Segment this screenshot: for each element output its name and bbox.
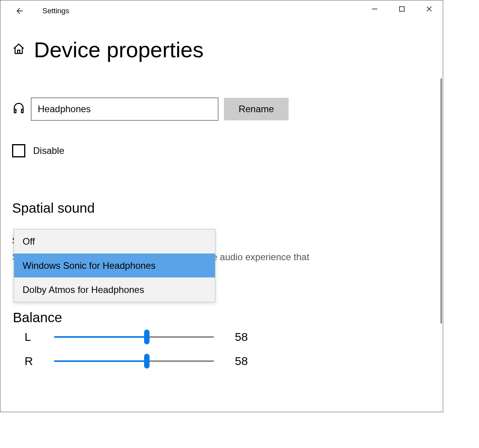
balance-left-label: L bbox=[25, 330, 33, 344]
slider-thumb[interactable] bbox=[144, 354, 150, 369]
dropdown-option-dolby-atmos[interactable]: Dolby Atmos for Headphones bbox=[14, 278, 215, 302]
spatial-sound-heading: Spatial sound bbox=[12, 200, 439, 216]
back-button[interactable] bbox=[11, 3, 27, 19]
dropdown-option-off[interactable]: Off bbox=[14, 229, 215, 254]
device-name-row: Rename bbox=[12, 97, 439, 121]
window-title: Settings bbox=[42, 7, 69, 15]
dropdown-option-windows-sonic[interactable]: Windows Sonic for Headphones bbox=[14, 254, 215, 278]
slider-thumb[interactable] bbox=[144, 330, 150, 344]
maximize-button[interactable] bbox=[388, 0, 416, 18]
slider-fill bbox=[54, 360, 147, 362]
headphones-icon bbox=[12, 102, 25, 116]
vertical-scrollbar[interactable] bbox=[440, 78, 442, 324]
balance-right-value: 58 bbox=[235, 355, 248, 368]
balance-heading: Balance bbox=[13, 310, 62, 325]
page-title: Device properties bbox=[34, 37, 204, 62]
titlebar: Settings bbox=[0, 0, 443, 21]
balance-right-row: R 58 bbox=[25, 353, 248, 369]
content-area: Device properties Rename Disable Spatial… bbox=[0, 21, 443, 263]
slider-fill bbox=[54, 336, 147, 338]
close-button[interactable] bbox=[416, 0, 443, 18]
device-name-input[interactable] bbox=[31, 97, 218, 121]
home-icon bbox=[12, 42, 25, 57]
balance-left-row: L 58 bbox=[25, 329, 248, 345]
disable-label: Disable bbox=[33, 145, 64, 156]
balance-left-value: 58 bbox=[235, 330, 248, 344]
spatial-format-dropdown[interactable]: Off Windows Sonic for Headphones Dolby A… bbox=[14, 229, 215, 302]
balance-left-slider[interactable] bbox=[54, 329, 214, 345]
page-header: Device properties bbox=[12, 37, 439, 62]
disable-row: Disable bbox=[12, 144, 439, 157]
balance-right-slider[interactable] bbox=[54, 353, 214, 369]
rename-button[interactable]: Rename bbox=[224, 98, 289, 120]
balance-right-label: R bbox=[25, 355, 33, 368]
settings-window: Settings Device properties Renam bbox=[0, 0, 443, 412]
minimize-button[interactable] bbox=[361, 0, 388, 18]
disable-checkbox[interactable] bbox=[12, 144, 25, 157]
svg-rect-0 bbox=[400, 7, 404, 11]
window-controls bbox=[361, 0, 443, 18]
